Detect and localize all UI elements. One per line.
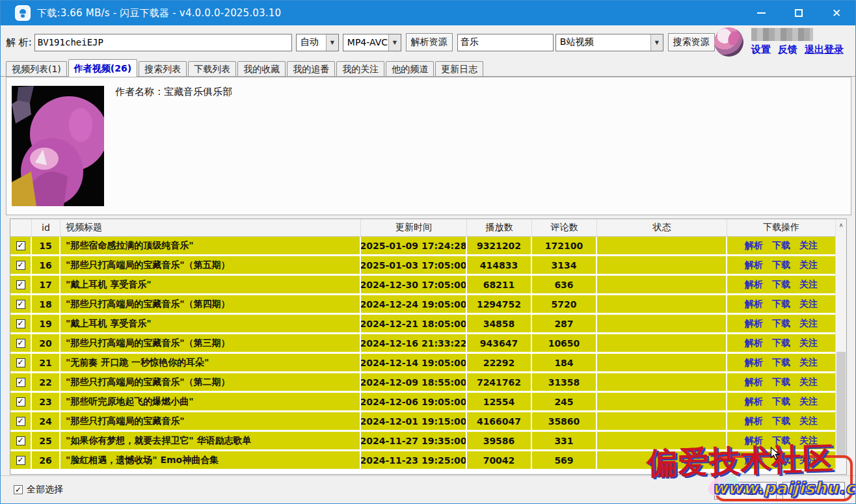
row-action-follow[interactable]: 关注	[799, 318, 818, 330]
header-id: id	[32, 219, 60, 236]
tab-bar: 视频列表(1) 作者视频(26) 搜索列表 下载列表 我的收藏 我的追番 我的关…	[1, 59, 855, 77]
header-play-count: 播放数	[467, 219, 532, 236]
row-play-count: 39586	[467, 432, 532, 449]
row-actions: 解析 下载 关注	[727, 412, 835, 430]
row-checkbox[interactable]: ✓	[16, 280, 25, 289]
source-site-select[interactable]: B站视频 ▼	[555, 34, 663, 51]
parse-url-input[interactable]	[34, 34, 292, 51]
download-selected-button[interactable]: 下载选中	[714, 482, 777, 499]
tab-5[interactable]: 我的追番	[287, 61, 335, 76]
row-action-parse[interactable]: 解析	[745, 377, 763, 388]
row-action-parse[interactable]: 解析	[745, 279, 763, 291]
row-action-download[interactable]: 下载	[772, 357, 790, 369]
row-play-count: 1294752	[467, 295, 532, 313]
scrollbar-thumb[interactable]	[836, 352, 846, 459]
row-action-follow[interactable]: 关注	[799, 396, 818, 408]
row-action-parse[interactable]: 解析	[745, 455, 763, 466]
tab-8[interactable]: 更新日志	[435, 61, 483, 76]
row-checkbox[interactable]: ✓	[16, 339, 25, 348]
tab-2[interactable]: 搜索列表	[139, 61, 187, 76]
tab-3[interactable]: 下载列表	[188, 61, 236, 76]
settings-link[interactable]: 设置	[751, 44, 771, 56]
row-video-title: "戴上耳机 享受音乐"	[60, 315, 361, 332]
vertical-scrollbar[interactable]: ∧	[835, 219, 846, 474]
row-action-download[interactable]: 下载	[772, 455, 790, 466]
table-row: ✓ 23 "那些听完原地起飞的爆燃小曲" 2024-12-06 19:05:00…	[10, 393, 835, 410]
row-action-download[interactable]: 下载	[772, 377, 790, 388]
row-action-follow[interactable]: 关注	[799, 416, 818, 427]
search-keyword-input[interactable]	[457, 34, 554, 51]
header-status: 状态	[597, 219, 727, 236]
row-checkbox[interactable]: ✓	[16, 417, 25, 426]
account-links: 设置 反馈 退出登录	[751, 44, 844, 56]
row-checkbox[interactable]: ✓	[16, 319, 25, 328]
row-action-download[interactable]: 下载	[772, 259, 790, 271]
row-action-parse[interactable]: 解析	[745, 338, 763, 349]
row-action-follow[interactable]: 关注	[799, 435, 818, 447]
maximize-button[interactable]	[780, 1, 818, 25]
row-action-parse[interactable]: 解析	[745, 240, 763, 252]
parse-resource-button[interactable]: 解析资源	[406, 33, 453, 51]
row-status	[597, 432, 727, 449]
logout-link[interactable]: 退出登录	[805, 44, 844, 56]
close-button[interactable]: ✕	[818, 1, 855, 25]
scroll-up-icon[interactable]: ∧	[836, 219, 846, 230]
row-action-follow[interactable]: 关注	[799, 279, 818, 291]
row-checkbox[interactable]: ✓	[16, 397, 25, 406]
row-status	[597, 237, 727, 254]
user-avatar[interactable]	[714, 27, 743, 57]
row-action-download[interactable]: 下载	[772, 240, 790, 252]
table-row: ✓ 16 "那些只打高端局的宝藏音乐"（第五期） 2025-01-03 17:0…	[10, 256, 835, 274]
covered-button[interactable]	[782, 482, 845, 499]
row-action-follow[interactable]: 关注	[799, 338, 818, 349]
row-action-parse[interactable]: 解析	[745, 259, 763, 271]
row-check-cell: ✓	[10, 237, 32, 254]
row-action-download[interactable]: 下载	[772, 318, 790, 330]
format-select[interactable]: MP4-AVC ▼	[343, 34, 401, 51]
video-table-body: ✓ 15 "那些宿命感拉满的顶级纯音乐" 2025-01-09 17:24:28…	[10, 237, 835, 469]
row-action-follow[interactable]: 关注	[799, 377, 818, 388]
tab-label: 我的关注	[342, 64, 379, 74]
tab-1[interactable]: 作者视频(26)	[68, 59, 137, 77]
row-action-parse[interactable]: 解析	[745, 396, 763, 408]
check-icon: ✓	[17, 339, 23, 347]
row-action-download[interactable]: 下载	[772, 416, 790, 427]
tab-4[interactable]: 我的收藏	[237, 61, 286, 76]
row-action-download[interactable]: 下载	[772, 279, 790, 291]
check-icon: ✓	[17, 280, 23, 288]
row-video-title: "那些只打高端局的宝藏音乐"（第二期）	[60, 373, 361, 391]
row-checkbox[interactable]: ✓	[16, 436, 25, 445]
row-action-parse[interactable]: 解析	[745, 357, 763, 369]
row-checkbox[interactable]: ✓	[16, 241, 25, 250]
feedback-link[interactable]: 反馈	[778, 44, 797, 56]
tab-7[interactable]: 他的频道	[386, 61, 434, 76]
footer-bar: ✓ 全部选择 下载选中	[1, 475, 855, 504]
row-action-parse[interactable]: 解析	[745, 318, 763, 330]
row-play-count: 7241762	[467, 373, 532, 391]
row-action-parse[interactable]: 解析	[745, 435, 763, 447]
row-action-follow[interactable]: 关注	[799, 357, 818, 369]
row-action-parse[interactable]: 解析	[745, 298, 763, 310]
row-action-download[interactable]: 下载	[772, 338, 790, 349]
row-action-follow[interactable]: 关注	[799, 240, 818, 252]
row-action-parse[interactable]: 解析	[745, 416, 763, 427]
row-checkbox[interactable]: ✓	[16, 378, 25, 387]
row-action-download[interactable]: 下载	[772, 435, 790, 447]
row-action-follow[interactable]: 关注	[799, 455, 818, 466]
quality-select[interactable]: 自动 ▼	[296, 34, 339, 51]
row-play-count: 9321202	[467, 237, 532, 254]
minimize-button[interactable]	[742, 1, 780, 25]
row-action-download[interactable]: 下载	[772, 298, 790, 310]
row-checkbox[interactable]: ✓	[16, 300, 25, 309]
row-checkbox[interactable]: ✓	[16, 358, 25, 367]
row-action-follow[interactable]: 关注	[799, 259, 818, 271]
tab-6[interactable]: 我的关注	[336, 61, 384, 76]
select-all-checkbox[interactable]: ✓	[14, 485, 23, 494]
search-resource-button[interactable]: 搜索资源	[668, 33, 715, 51]
tab-0[interactable]: 视频列表(1)	[6, 61, 67, 76]
row-action-download[interactable]: 下载	[772, 396, 790, 408]
parse-label: 解 析:	[6, 36, 32, 49]
row-checkbox[interactable]: ✓	[16, 456, 25, 465]
row-action-follow[interactable]: 关注	[799, 298, 818, 310]
row-checkbox[interactable]: ✓	[16, 261, 25, 270]
